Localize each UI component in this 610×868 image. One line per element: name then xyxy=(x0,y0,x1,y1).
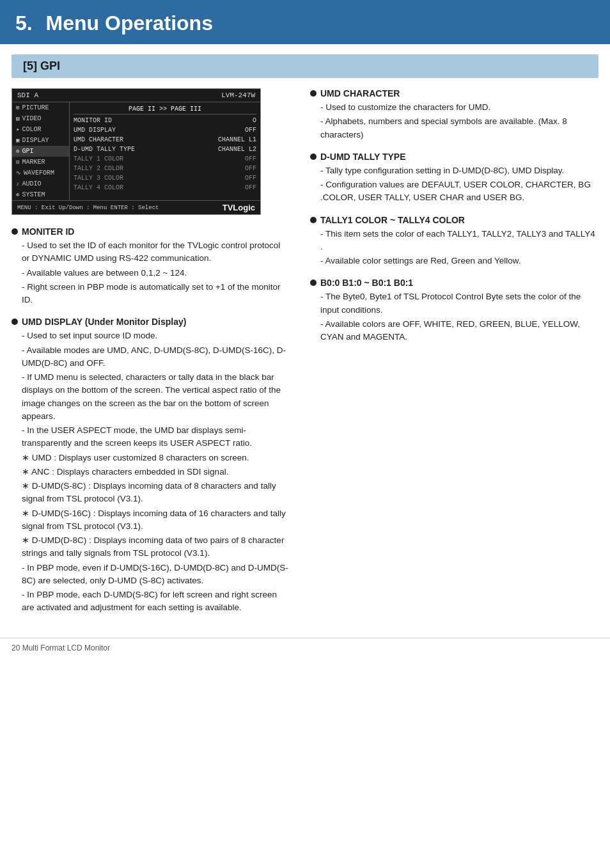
section-header: [5] GPI xyxy=(12,54,598,78)
page-footer: 20 Multi Format LCD Monitor xyxy=(0,638,610,658)
nav-color[interactable]: ✦COLOR xyxy=(12,124,69,135)
menu-row-3: D-UMD TALLY TYPE CHANNEL L2 xyxy=(74,145,256,154)
bullet-icon xyxy=(310,217,317,223)
bullet-icon xyxy=(310,154,317,160)
desc-d-umd-tally-title: D-UMD TALLY TYPE xyxy=(310,152,598,162)
nav-marker[interactable]: ⊟MARKER xyxy=(12,157,69,168)
desc-umd-display-title: UMD DISPLAY (Under Monitor Display) xyxy=(12,317,290,327)
desc-umd-character-title: UMD CHARACTER xyxy=(310,88,598,99)
desc-umd-display-body: - Used to set input source ID mode. - Av… xyxy=(12,329,290,614)
bullet-icon xyxy=(310,280,317,286)
desc-moniter-id: MONITER ID - Used to set the ID of each … xyxy=(12,226,290,306)
menu-page-label: PAGE II >> PAGE III xyxy=(74,104,256,114)
desc-d-umd-tally: D-UMD TALLY TYPE - Tally type configurat… xyxy=(310,152,598,205)
nav-audio[interactable]: ♪AUDIO xyxy=(12,178,69,189)
desc-tally-color-body: - This item sets the color of each TALLY… xyxy=(310,228,598,268)
desc-umd-character: UMD CHARACTER - Used to customize the ch… xyxy=(310,88,598,141)
menu-row-2: UMD CHARACTER CHANNEL L1 xyxy=(74,135,256,145)
desc-b0-b1: B0:0 B1:0 ~ B0:1 B0:1 - The Byte0, Byte1… xyxy=(310,278,598,343)
desc-umd-display: UMD DISPLAY (Under Monitor Display) - Us… xyxy=(12,317,290,614)
desc-tally-color: TALLY1 COLOR ~ TALLY4 COLOR - This item … xyxy=(310,215,598,268)
desc-umd-character-body: - Used to customize the characters for U… xyxy=(310,101,598,141)
page-header: 5. Menu Operations xyxy=(0,0,610,44)
page-title: 5. Menu Operations xyxy=(15,12,595,35)
bullet-icon xyxy=(310,90,317,97)
menu-row-7: TALLY 4 COLOR OFF xyxy=(74,183,256,193)
nav-video[interactable]: ▤VIDEO xyxy=(12,113,69,124)
menu-content: PAGE II >> PAGE III MONITOR ID O UMD DIS… xyxy=(70,102,260,200)
nav-waveform[interactable]: ∿WAVEFORM xyxy=(12,168,69,178)
desc-moniter-id-body: - Used to set the ID of each monitor for… xyxy=(12,239,290,306)
desc-moniter-id-title: MONITER ID xyxy=(12,226,290,237)
menu-row-4: TALLY 1 COLOR OFF xyxy=(74,154,256,164)
desc-d-umd-tally-body: - Tally type configuration setting in D-… xyxy=(310,164,598,205)
menu-row-0: MONITOR ID O xyxy=(74,116,256,125)
nav-gpi[interactable]: ⊙GPI xyxy=(12,146,69,157)
menu-row-6: TALLY 3 COLOR OFF xyxy=(74,173,256,183)
menu-title-left: SDI A xyxy=(17,91,38,99)
desc-b0-b1-body: - The Byte0, Byte1 of TSL Protocol Contr… xyxy=(310,290,598,343)
menu-footer: MENU : Exit Up/Down : Menu ENTER : Selec… xyxy=(12,200,260,214)
menu-screenshot: SDI A LVM-247W ⊞PICTURE ▤VIDEO ✦COLOR ▣D… xyxy=(12,88,261,215)
bullet-icon xyxy=(12,319,18,325)
menu-nav: ⊞PICTURE ▤VIDEO ✦COLOR ▣DISPLAY ⊙GPI xyxy=(12,102,70,200)
nav-display[interactable]: ▣DISPLAY xyxy=(12,135,69,146)
bullet-icon xyxy=(12,228,18,235)
nav-system[interactable]: ⊕SYSTEM xyxy=(12,189,69,200)
desc-b0-b1-title: B0:0 B1:0 ~ B0:1 B0:1 xyxy=(310,278,598,288)
nav-picture[interactable]: ⊞PICTURE xyxy=(12,102,69,113)
right-column: UMD CHARACTER - Used to customize the ch… xyxy=(305,88,598,625)
desc-tally-color-title: TALLY1 COLOR ~ TALLY4 COLOR xyxy=(310,215,598,225)
left-column: SDI A LVM-247W ⊞PICTURE ▤VIDEO ✦COLOR ▣D… xyxy=(12,88,305,625)
menu-title-right: LVM-247W xyxy=(221,91,255,99)
menu-row-1: UMD DISPLAY OFF xyxy=(74,125,256,135)
menu-row-5: TALLY 2 COLOR OFF xyxy=(74,164,256,173)
